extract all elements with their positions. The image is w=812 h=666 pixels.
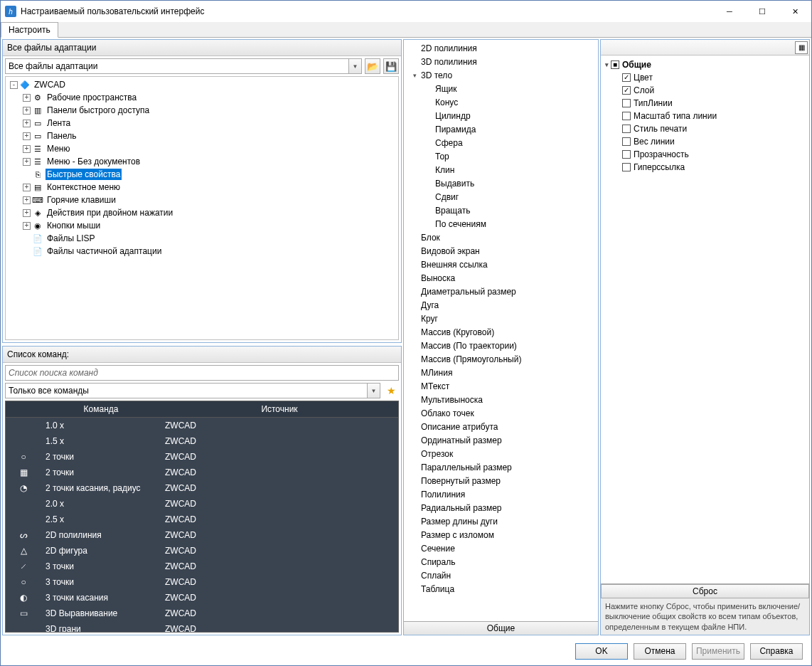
properties-tree[interactable]: ▾■Общие✓Цвет✓СлойТипЛинииМасштаб типа ли… bbox=[601, 56, 809, 583]
list-item[interactable]: Сечение bbox=[405, 541, 598, 555]
list-item[interactable]: Тор bbox=[405, 149, 598, 163]
expander-icon[interactable]: + bbox=[23, 184, 31, 191]
table-row[interactable]: ▭3D ВыравниваниеZWCAD bbox=[6, 606, 398, 621]
help-button[interactable]: Справка bbox=[750, 643, 803, 660]
close-button[interactable]: ✕ bbox=[779, 1, 811, 22]
list-item[interactable]: Вращать bbox=[405, 204, 598, 217]
tree-item[interactable]: +☰Меню bbox=[6, 142, 398, 155]
table-row[interactable]: 1.0 xZWCAD bbox=[6, 418, 398, 433]
expander-icon[interactable]: + bbox=[23, 145, 31, 153]
list-item[interactable]: ▾3D тело bbox=[405, 68, 598, 82]
table-row[interactable]: 2.0 xZWCAD bbox=[6, 496, 398, 512]
open-folder-button[interactable]: 📂 bbox=[365, 58, 380, 74]
expander-icon[interactable]: + bbox=[23, 120, 31, 127]
commands-table[interactable]: Команда Источник 1.0 xZWCAD1.5 xZWCAD○2 … bbox=[5, 401, 399, 633]
checkbox[interactable] bbox=[622, 112, 631, 120]
list-item[interactable]: Мультивыноска bbox=[405, 393, 598, 406]
checkbox[interactable] bbox=[622, 125, 631, 133]
list-item[interactable]: Таблица bbox=[405, 582, 598, 596]
list-item[interactable]: МЛиния bbox=[405, 366, 598, 379]
expander-icon[interactable]: + bbox=[23, 209, 31, 217]
tree-item[interactable]: +☰Меню - Без документов bbox=[6, 155, 398, 168]
table-row[interactable]: ▦2 точкиZWCAD bbox=[6, 465, 398, 480]
list-item[interactable]: Диаметральный размер bbox=[405, 285, 598, 298]
list-item[interactable]: Сдвиг bbox=[405, 190, 598, 204]
list-item[interactable]: Видовой экран bbox=[405, 244, 598, 258]
tree-item[interactable]: 📄Файлы LISP bbox=[6, 232, 398, 245]
property-item[interactable]: Прозрачность bbox=[602, 148, 808, 161]
expander-icon[interactable]: + bbox=[23, 94, 31, 102]
property-item[interactable]: Вес линии bbox=[602, 135, 808, 148]
list-item[interactable]: Полилиния bbox=[405, 487, 598, 501]
table-row[interactable]: ◐3 точки касанияZWCAD bbox=[6, 590, 398, 606]
maximize-button[interactable]: ☐ bbox=[746, 1, 779, 22]
list-item[interactable]: Ординатный размер bbox=[405, 433, 598, 447]
checkbox[interactable] bbox=[622, 99, 631, 107]
tree-item[interactable]: +◈Действия при двойном нажатии bbox=[6, 206, 398, 219]
property-item[interactable]: Гиперссылка bbox=[602, 161, 808, 174]
col-command[interactable]: Команда bbox=[41, 401, 161, 417]
list-item[interactable]: Круг bbox=[405, 312, 598, 325]
list-item[interactable]: Спираль bbox=[405, 555, 598, 569]
tree-item[interactable]: +▭Панель bbox=[6, 130, 398, 142]
tree-item[interactable]: +▭Лента bbox=[6, 117, 398, 130]
list-item[interactable]: Массив (По траектории) bbox=[405, 339, 598, 352]
list-item[interactable]: Ящик bbox=[405, 82, 598, 95]
adaptation-tree[interactable]: -🔷ZWCAD+⚙Рабочие пространства+▥Панели бы… bbox=[5, 76, 399, 340]
ok-button[interactable]: OK bbox=[575, 643, 628, 660]
property-item[interactable]: ✓Слой bbox=[602, 84, 808, 97]
checkbox[interactable] bbox=[622, 163, 631, 171]
property-item[interactable]: Масштаб типа линии bbox=[602, 110, 808, 122]
checkbox[interactable]: ✓ bbox=[622, 86, 631, 95]
table-row[interactable]: ⟋3 точкиZWCAD bbox=[6, 559, 398, 574]
list-item[interactable]: Облако точек bbox=[405, 406, 598, 420]
list-item[interactable]: Клин bbox=[405, 163, 598, 176]
list-item[interactable]: Сфера bbox=[405, 136, 598, 149]
col-source[interactable]: Источник bbox=[161, 401, 398, 417]
tree-item[interactable]: +◉Кнопки мыши bbox=[6, 219, 398, 232]
list-item[interactable]: Повернутый размер bbox=[405, 474, 598, 487]
save-button[interactable]: 💾 bbox=[383, 58, 399, 74]
list-item[interactable]: Отрезок bbox=[405, 447, 598, 460]
property-item[interactable]: ТипЛинии bbox=[602, 97, 808, 110]
list-item[interactable]: Радиальный размер bbox=[405, 501, 598, 514]
list-item[interactable]: Выдавить bbox=[405, 176, 598, 190]
table-row[interactable]: 3D граниZWCAD bbox=[6, 621, 398, 633]
list-item[interactable]: Массив (Круговой) bbox=[405, 325, 598, 339]
list-item[interactable]: Цилиндр bbox=[405, 109, 598, 122]
property-item[interactable]: ✓Цвет bbox=[602, 71, 808, 84]
expander-icon[interactable]: + bbox=[23, 196, 31, 204]
checkbox-icon[interactable]: ■ bbox=[611, 60, 619, 69]
table-row[interactable]: △2D фигураZWCAD bbox=[6, 543, 398, 559]
tree-item[interactable]: 📄Файлы частичной адаптации bbox=[6, 245, 398, 258]
list-item[interactable]: Массив (Прямоугольный) bbox=[405, 352, 598, 366]
toolbar-extra-button[interactable]: ▦ bbox=[795, 41, 808, 54]
tree-item[interactable]: +▥Панели быстрого доступа bbox=[6, 104, 398, 117]
list-item[interactable]: По сечениям bbox=[405, 217, 598, 231]
list-item[interactable]: Описание атрибута bbox=[405, 420, 598, 433]
apply-button[interactable]: Применить bbox=[692, 643, 744, 660]
list-item[interactable]: Конус bbox=[405, 95, 598, 109]
expander-icon[interactable]: + bbox=[23, 158, 31, 166]
middle-tab-general[interactable]: Общие bbox=[404, 621, 598, 635]
list-item[interactable]: Пирамида bbox=[405, 122, 598, 136]
list-item[interactable]: Дуга bbox=[405, 298, 598, 312]
list-item[interactable]: Параллельный размер bbox=[405, 460, 598, 474]
expander-icon[interactable]: - bbox=[10, 81, 18, 89]
table-row[interactable]: ○2 точкиZWCAD bbox=[6, 449, 398, 465]
command-filter-combo[interactable]: Только все команды ▼ bbox=[5, 383, 380, 398]
command-search-input[interactable]: Список поиска команд bbox=[5, 365, 399, 381]
table-row[interactable]: ◔2 точки касания, радиусZWCAD bbox=[6, 480, 398, 496]
tree-item[interactable]: +⌨Горячие клавиши bbox=[6, 194, 398, 206]
list-item[interactable]: Сплайн bbox=[405, 569, 598, 582]
tree-item[interactable]: -🔷ZWCAD bbox=[6, 78, 398, 91]
property-group[interactable]: ▾■Общие bbox=[602, 58, 808, 71]
expander-icon[interactable]: + bbox=[23, 222, 31, 230]
checkbox[interactable] bbox=[622, 137, 631, 146]
list-item[interactable]: Внешняя ссылка bbox=[405, 258, 598, 271]
tree-item[interactable]: ⎘Быстрые свойства bbox=[6, 168, 398, 181]
checkbox[interactable] bbox=[622, 150, 631, 159]
table-row[interactable]: 2.5 xZWCAD bbox=[6, 512, 398, 527]
table-row[interactable]: 1.5 xZWCAD bbox=[6, 433, 398, 449]
list-item[interactable]: 3D полилиния bbox=[405, 55, 598, 68]
